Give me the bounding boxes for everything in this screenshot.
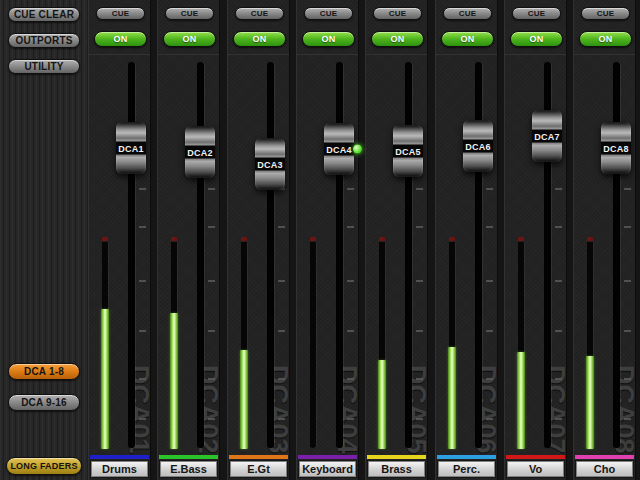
fader-scale-tick xyxy=(139,226,146,228)
channel-color-bar xyxy=(575,455,634,459)
fader-knob-band: DCA6 xyxy=(463,140,493,153)
channel-color-bar xyxy=(437,455,496,459)
fader-knob-band: DCA7 xyxy=(532,130,562,143)
fader-track[interactable] xyxy=(197,62,204,448)
fader-scale-tick xyxy=(208,378,215,380)
fader-track[interactable] xyxy=(128,62,135,448)
fader-scale-tick xyxy=(208,188,215,190)
fader-scale-tick xyxy=(486,378,493,380)
channel-color-bar xyxy=(90,455,149,459)
fader-knob-band: DCA5 xyxy=(393,145,423,158)
meter-peak-mark xyxy=(241,237,247,241)
strip-divider xyxy=(366,54,427,55)
fader-knob[interactable]: DCA7 xyxy=(532,110,562,162)
bank-dca-1-8-button[interactable]: DCA 1-8 xyxy=(8,363,80,380)
strip-divider xyxy=(228,54,289,55)
fader-knob[interactable]: DCA1 xyxy=(116,122,146,174)
channel-name[interactable]: Cho xyxy=(576,461,633,477)
fader-knob[interactable]: DCA5 xyxy=(393,125,423,177)
fader-knob-label: DCA2 xyxy=(187,147,213,157)
fader-scale-tick xyxy=(555,188,562,190)
fader-scale-tick xyxy=(416,280,423,282)
on-button[interactable]: ON xyxy=(163,31,216,47)
fader-knob[interactable]: DCA3 xyxy=(255,138,285,190)
fader-scale-tick xyxy=(347,188,354,190)
fader-knob[interactable]: DCA8 xyxy=(601,122,631,174)
meter-peak-mark xyxy=(587,237,593,241)
fader-track[interactable] xyxy=(405,62,412,448)
fader-track[interactable] xyxy=(267,62,274,448)
fader-knob-band: DCA3 xyxy=(255,158,285,171)
level-meter-track xyxy=(310,242,316,448)
channel-strip: CUE ON DCA07 DCA7 Vo xyxy=(504,0,567,480)
fader-scale-tick xyxy=(555,418,562,420)
cue-button[interactable]: CUE xyxy=(165,7,214,20)
strip-divider xyxy=(89,54,150,55)
long-faders-button[interactable]: LONG FADERS xyxy=(6,457,82,475)
fader-knob-label: DCA5 xyxy=(395,146,421,156)
fader-scale-tick xyxy=(416,418,423,420)
utility-button[interactable]: UTILITY xyxy=(8,59,80,74)
fader-scale-tick xyxy=(486,418,493,420)
channel-name[interactable]: Brass xyxy=(368,461,425,477)
cue-button[interactable]: CUE xyxy=(373,7,422,20)
channel-strip: CUE ON DCA03 DCA3 E.Gt xyxy=(227,0,290,480)
outports-button[interactable]: OUTPORTS xyxy=(8,33,80,48)
fader-knob-label: DCA6 xyxy=(465,141,491,151)
fader-scale-tick xyxy=(486,188,493,190)
cue-button[interactable]: CUE xyxy=(304,7,353,20)
fader-scale-tick xyxy=(555,226,562,228)
channel-color-bar xyxy=(229,455,288,459)
on-button[interactable]: ON xyxy=(233,31,286,47)
channel-color-bar xyxy=(159,455,218,459)
meter-peak-mark xyxy=(518,237,524,241)
cue-button[interactable]: CUE xyxy=(512,7,561,20)
on-button[interactable]: ON xyxy=(371,31,424,47)
meter-peak-mark xyxy=(310,237,316,241)
on-button[interactable]: ON xyxy=(579,31,632,47)
fader-knob[interactable]: DCA2 xyxy=(185,126,215,178)
cue-button[interactable]: CUE xyxy=(581,7,630,20)
fader-scale-tick xyxy=(278,418,285,420)
level-meter-fill xyxy=(101,309,109,449)
cue-button[interactable]: CUE xyxy=(235,7,284,20)
strip-divider xyxy=(436,54,497,55)
on-button[interactable]: ON xyxy=(94,31,147,47)
level-meter-fill xyxy=(240,350,248,449)
on-button[interactable]: ON xyxy=(441,31,494,47)
fader-scale-tick xyxy=(347,418,354,420)
channel-name[interactable]: Keyboard xyxy=(299,461,356,477)
on-button[interactable]: ON xyxy=(302,31,355,47)
sidebar: CUE CLEAR OUTPORTS UTILITY DCA 1-8 DCA 9… xyxy=(0,0,88,480)
meter-peak-mark xyxy=(449,237,455,241)
channel-name[interactable]: E.Gt xyxy=(230,461,287,477)
fader-knob-band: DCA4 xyxy=(324,143,354,156)
cue-button[interactable]: CUE xyxy=(96,7,145,20)
channel-strip: CUE ON DCA05 DCA5 Brass xyxy=(365,0,428,480)
level-meter-fill xyxy=(517,352,525,449)
meter-peak-mark xyxy=(379,237,385,241)
fader-scale-tick xyxy=(347,226,354,228)
strip-divider xyxy=(297,54,358,55)
fader-scale-tick xyxy=(416,330,423,332)
channel-name[interactable]: Perc. xyxy=(438,461,495,477)
fader-knob[interactable]: DCA4 xyxy=(324,123,354,175)
fader-scale-tick xyxy=(347,378,354,380)
fader-track[interactable] xyxy=(613,62,620,448)
bank-dca-9-16-button[interactable]: DCA 9-16 xyxy=(8,394,80,411)
channel-strip: CUE ON DCA04 DCA4 Keyboard xyxy=(296,0,359,480)
fader-scale-tick xyxy=(347,280,354,282)
channel-name[interactable]: Vo xyxy=(507,461,564,477)
fader-scale-tick xyxy=(208,330,215,332)
fader-scale-tick xyxy=(208,280,215,282)
on-button[interactable]: ON xyxy=(510,31,563,47)
fader-knob-label: DCA8 xyxy=(603,143,629,153)
fader-knob[interactable]: DCA6 xyxy=(463,120,493,172)
fader-track[interactable] xyxy=(336,62,343,448)
cue-button[interactable]: CUE xyxy=(443,7,492,20)
selected-indicator-dot xyxy=(353,145,362,154)
fader-knob-label: DCA1 xyxy=(118,143,144,153)
channel-name[interactable]: Drums xyxy=(91,461,148,477)
cue-clear-button[interactable]: CUE CLEAR xyxy=(8,7,80,22)
channel-name[interactable]: E.Bass xyxy=(160,461,217,477)
